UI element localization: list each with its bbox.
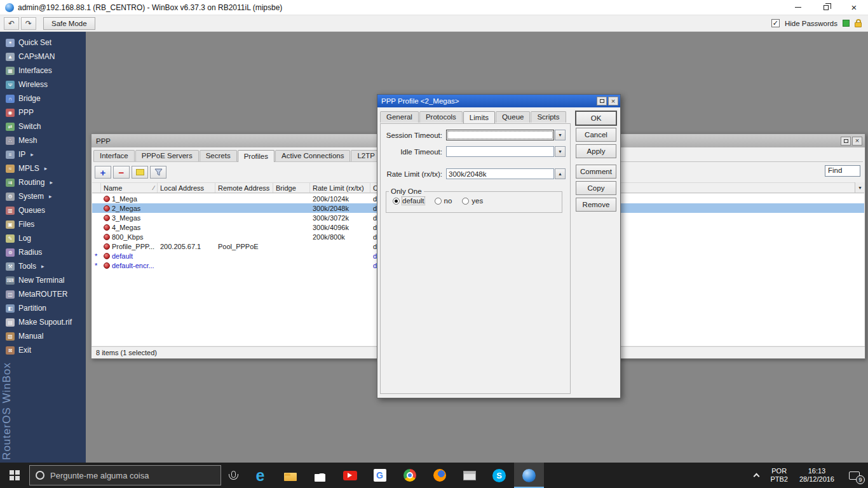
hide-passwords-checkbox[interactable] [771, 19, 780, 27]
ppp-tab-secrets[interactable]: Secrets [200, 150, 237, 161]
taskbar-app-skype[interactable]: S [484, 463, 514, 488]
filter-button[interactable] [150, 166, 166, 179]
find-input[interactable]: Find [825, 165, 860, 177]
sidebar-item-mesh[interactable]: ∴Mesh [0, 133, 86, 147]
sidebar-item-capsman[interactable]: ▲CAPsMAN [0, 50, 86, 64]
radio-yes [462, 198, 469, 205]
only-one-option-no[interactable]: no [435, 197, 452, 205]
sidebar-item-interfaces[interactable]: ▦Interfaces [0, 64, 86, 78]
sidebar-item-ip[interactable]: ≡IP▸ [0, 147, 86, 161]
minimize-button[interactable] [784, 0, 812, 15]
show-hidden-icons-button[interactable] [748, 463, 764, 488]
sidebar-item-system[interactable]: ⚙System▸ [0, 189, 86, 203]
sidebar-item-exit[interactable]: ⊠Exit [0, 343, 86, 357]
sidebar-item-radius[interactable]: ⊚Radius [0, 245, 86, 259]
sidebar-item-bridge[interactable]: ∩Bridge [0, 92, 86, 105]
taskbar-app-window[interactable] [454, 463, 484, 488]
start-button[interactable] [0, 463, 29, 488]
dialog-tab-general[interactable]: General [380, 111, 419, 123]
sidebar-item-make-supout[interactable]: ▤Make Supout.rif [0, 315, 86, 329]
sidebar-item-queues[interactable]: ▥Queues [0, 203, 86, 217]
comment-button[interactable]: Comment [576, 165, 616, 179]
sidebar-item-switch[interactable]: ⇄Switch [0, 119, 86, 133]
ppp-tab-pppoe-servers[interactable]: PPPoE Servers [135, 150, 199, 161]
ok-button[interactable]: OK [576, 111, 616, 125]
copy-button[interactable]: Copy [576, 181, 616, 195]
sidebar-item-tools[interactable]: ⚒Tools▸ [0, 259, 86, 273]
only-one-option-yes[interactable]: yes [462, 197, 483, 205]
taskbar-app-edge[interactable]: e [245, 463, 275, 488]
only-one-legend: Only One [389, 187, 424, 195]
dialog-tab-protocols[interactable]: Protocols [419, 111, 463, 123]
apply-button[interactable]: Apply [576, 144, 616, 158]
ppp-tab-profiles[interactable]: Profiles [238, 150, 275, 162]
clock[interactable]: 16:13 28/12/2016 [794, 467, 840, 484]
comment-button[interactable] [132, 166, 148, 179]
add-button[interactable]: + [95, 166, 111, 179]
sidebar-item-label: Mesh [18, 136, 37, 145]
redo-button[interactable]: ↷ [21, 17, 36, 30]
skype-icon: S [492, 469, 506, 482]
radio-no [435, 198, 442, 205]
column-picker-button[interactable]: ▼ [855, 182, 865, 193]
remove-button[interactable]: − [113, 166, 130, 179]
dialog-tab-queue[interactable]: Queue [496, 111, 531, 123]
sidebar-item-quick-set[interactable]: ✶Quick Set [0, 36, 86, 50]
taskbar-app-explorer[interactable] [275, 463, 305, 488]
language-indicator[interactable]: POR PTB2 [764, 467, 794, 484]
undo-button[interactable]: ↶ [4, 17, 19, 30]
column-header-rate-limit-rx-tx-[interactable]: Rate Limit (rx/tx) [310, 183, 370, 193]
bridge-icon: ∩ [6, 95, 15, 103]
sidebar-item-metarouter[interactable]: ◫MetaROUTER [0, 287, 86, 301]
only-one-option-default[interactable]: default [393, 197, 424, 205]
column-header-name[interactable]: Name∕ [101, 183, 158, 193]
rate-limit-unset-button[interactable]: ▲ [555, 168, 566, 179]
taskbar-app-chrome[interactable] [395, 463, 424, 488]
dialog-maximize-button[interactable] [597, 97, 607, 105]
taskbar-app-store[interactable] [305, 463, 335, 488]
taskbar-app-winbox[interactable] [514, 463, 544, 488]
sidebar-item-ppp[interactable]: ◉PPP [0, 105, 86, 119]
sidebar-item-label: Make Supout.rif [18, 318, 72, 327]
dialog-tab-scripts[interactable]: Scripts [531, 111, 566, 123]
ppp-restore-button[interactable] [841, 137, 851, 146]
session-timeout-dropdown-button[interactable]: ▼ [555, 130, 566, 140]
sidebar-item-wireless[interactable]: ΨWireless [0, 78, 86, 92]
sidebar-item-files[interactable]: ▣Files [0, 217, 86, 231]
microphone-button[interactable] [221, 463, 245, 488]
sidebar-item-log[interactable]: ✎Log [0, 231, 86, 245]
cancel-button[interactable]: Cancel [576, 128, 616, 142]
taskbar-app-google[interactable]: G [365, 463, 395, 488]
sidebar-item-new-terminal[interactable]: ⌨New Terminal [0, 273, 86, 287]
remove-button[interactable]: Remove [576, 198, 616, 212]
sidebar-item-label: MPLS [18, 164, 39, 173]
ppp-close-button[interactable]: × [852, 137, 862, 146]
action-center-button[interactable]: 9 [840, 463, 868, 488]
idle-timeout-input[interactable] [446, 146, 554, 157]
ppp-tab-active-connections[interactable]: Active Connections [275, 150, 350, 161]
taskbar-search[interactable]: Pergunte-me alguma coisa [29, 465, 221, 485]
sidebar-item-mpls[interactable]: ≈MPLS▸ [0, 161, 86, 175]
taskbar-app-firefox[interactable] [424, 463, 454, 488]
sidebar-item-routing[interactable]: ⇉Routing▸ [0, 175, 86, 189]
safe-mode-button[interactable]: Safe Mode [43, 17, 95, 30]
column-header-bridge[interactable]: Bridge [273, 183, 310, 193]
rate-limit-input[interactable]: 300k/2048k [446, 168, 554, 179]
sidebar-item-manual[interactable]: ▧Manual [0, 329, 86, 343]
idle-timeout-dropdown-button[interactable]: ▼ [555, 146, 566, 157]
session-timeout-input[interactable] [446, 130, 554, 140]
tools-icon: ⚒ [6, 262, 15, 271]
column-header-local-address[interactable]: Local Address [158, 183, 215, 193]
close-button[interactable]: × [840, 0, 868, 15]
restore-button[interactable] [812, 0, 840, 15]
column-header-remote-address[interactable]: Remote Address [215, 183, 273, 193]
ppp-tab-interface[interactable]: Interface [93, 150, 135, 161]
row-name: 2_Megas [101, 205, 158, 212]
secure-lock-icon [855, 19, 862, 27]
taskbar-app-youtube[interactable] [335, 463, 365, 488]
dialog-close-button[interactable]: × [608, 97, 618, 105]
dialog-titlebar[interactable]: PPP Profile <2_Megas> × [377, 95, 620, 107]
sidebar-item-label: Exit [18, 346, 31, 355]
sidebar-item-partition[interactable]: ◧Partition [0, 301, 86, 315]
dialog-tab-limits[interactable]: Limits [463, 111, 495, 123]
